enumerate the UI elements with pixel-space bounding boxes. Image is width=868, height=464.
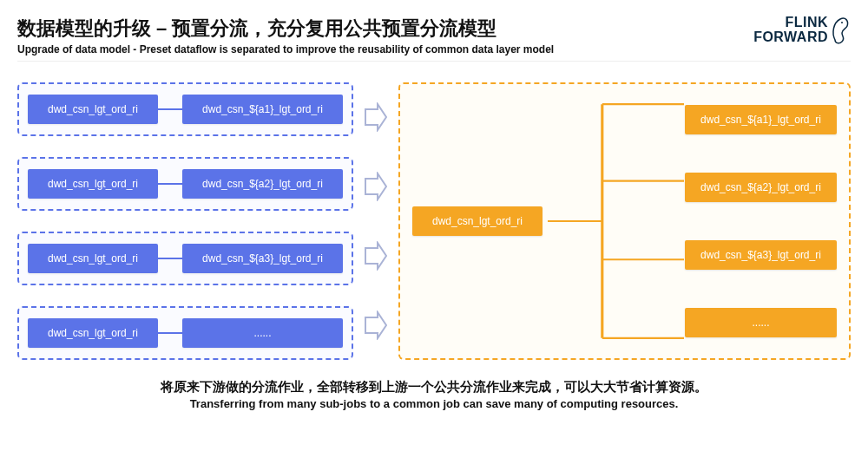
flink-forward-logo: FLINK FORWARD (753, 16, 851, 45)
arrow-icon (364, 241, 388, 271)
logo-line2: FORWARD (753, 30, 828, 45)
header: 数据模型的升级 – 预置分流，充分复用公共预置分流模型 Upgrade of d… (17, 16, 851, 56)
blue-connector (158, 108, 182, 110)
orange-dst-4: ...... (685, 308, 837, 337)
blue-connector (158, 332, 182, 334)
footer-en: Transferring from many sub-jobs to a com… (17, 397, 851, 410)
footer: 将原来下游做的分流作业，全部转移到上游一个公共分流作业来完成，可以大大节省计算资… (17, 379, 851, 410)
blue-dst-3: dwd_csn_${a3}_lgt_ord_ri (182, 244, 343, 273)
blue-src-3: dwd_csn_lgt_ord_ri (28, 244, 158, 273)
orange-targets: dwd_csn_${a1}_lgt_ord_ri dwd_csn_${a2}_l… (685, 105, 837, 337)
titles: 数据模型的升级 – 预置分流，充分复用公共预置分流模型 Upgrade of d… (17, 16, 753, 56)
blue-src-1: dwd_csn_lgt_ord_ri (28, 95, 158, 124)
arrow-icon (364, 102, 388, 132)
svg-point-0 (841, 22, 843, 23)
orange-src: dwd_csn_lgt_ord_ri (412, 206, 542, 236)
arrow-icon (364, 172, 388, 201)
right-column: dwd_csn_lgt_ord_ri dwd_csn_${a1}_lgt_ord… (398, 82, 851, 360)
blue-group-4: dwd_csn_lgt_ord_ri ...... (17, 306, 353, 360)
blue-src-2: dwd_csn_lgt_ord_ri (28, 169, 158, 199)
orange-dst-3: dwd_csn_${a3}_lgt_ord_ri (685, 240, 837, 270)
orange-dst-1: dwd_csn_${a1}_lgt_ord_ri (685, 105, 837, 134)
footer-zh: 将原来下游做的分流作业，全部转移到上游一个公共分流作业来完成，可以大大节省计算资… (17, 379, 851, 395)
arrows-column (364, 82, 388, 360)
orange-connectors (548, 84, 684, 358)
divider (17, 61, 851, 62)
diagram: dwd_csn_lgt_ord_ri dwd_csn_${a1}_lgt_ord… (17, 82, 851, 360)
blue-group-1: dwd_csn_lgt_ord_ri dwd_csn_${a1}_lgt_ord… (17, 82, 353, 136)
blue-group-3: dwd_csn_lgt_ord_ri dwd_csn_${a3}_lgt_ord… (17, 232, 353, 285)
left-column: dwd_csn_lgt_ord_ri dwd_csn_${a1}_lgt_ord… (17, 82, 353, 360)
blue-connector (158, 183, 182, 185)
logo-line1: FLINK (753, 16, 828, 30)
blue-dst-1: dwd_csn_${a1}_lgt_ord_ri (182, 95, 343, 124)
blue-connector (158, 258, 182, 259)
title-zh: 数据模型的升级 – 预置分流，充分复用公共预置分流模型 (17, 16, 753, 42)
blue-dst-2: dwd_csn_${a2}_lgt_ord_ri (182, 169, 343, 199)
arrow-icon (364, 310, 388, 340)
blue-dst-4: ...... (182, 318, 343, 348)
blue-group-2: dwd_csn_lgt_ord_ri dwd_csn_${a2}_lgt_ord… (17, 157, 353, 211)
blue-src-4: dwd_csn_lgt_ord_ri (28, 318, 158, 348)
title-en: Upgrade of data model - Preset dataflow … (17, 43, 753, 56)
orange-dst-2: dwd_csn_${a2}_lgt_ord_ri (685, 173, 837, 202)
squirrel-icon (830, 14, 851, 45)
